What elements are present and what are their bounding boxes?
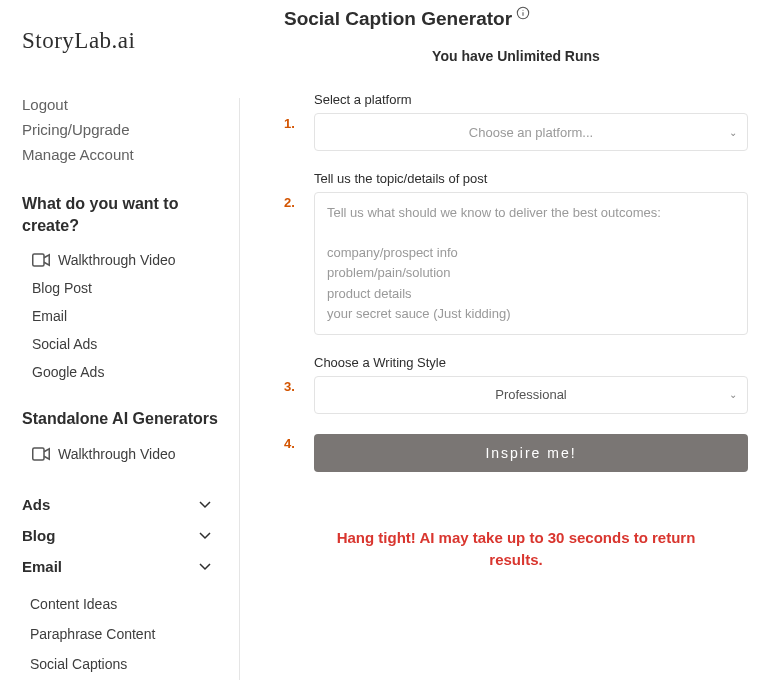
chevron-down-icon <box>197 527 213 543</box>
sidebar-sub-paraphrase[interactable]: Paraphrase Content <box>30 619 219 649</box>
step-number-1: 1. <box>284 92 298 131</box>
sidebar-item-google-ads[interactable]: Google Ads <box>22 358 219 386</box>
wait-message: Hang tight! AI may take up to 30 seconds… <box>284 527 748 571</box>
sidebar-item-email[interactable]: Email <box>22 302 219 330</box>
collapse-blog[interactable]: Blog <box>22 521 219 550</box>
step-number-3: 3. <box>284 355 298 394</box>
brand-logo: StoryLab.ai <box>22 28 219 54</box>
platform-placeholder: Choose an platform... <box>469 125 593 140</box>
sidebar-item-label: Walkthrough Video <box>58 446 176 462</box>
sub-links: Content Ideas Paraphrase Content Social … <box>22 583 219 679</box>
sidebar-sub-content-ideas[interactable]: Content Ideas <box>30 589 219 619</box>
collapse-label: Blog <box>22 527 55 544</box>
manage-account-link[interactable]: Manage Account <box>22 146 219 163</box>
pricing-link[interactable]: Pricing/Upgrade <box>22 121 219 138</box>
info-icon[interactable] <box>516 6 530 20</box>
sidebar-item-label: Blog Post <box>32 280 92 296</box>
sidebar-item-social-ads[interactable]: Social Ads <box>22 330 219 358</box>
chevron-down-icon <box>197 558 213 574</box>
topic-label: Tell us the topic/details of post <box>314 171 748 186</box>
collapse-label: Ads <box>22 496 50 513</box>
collapse-email[interactable]: Email <box>22 552 219 581</box>
runs-status: You have Unlimited Runs <box>284 48 748 64</box>
sidebar-item-blog-post[interactable]: Blog Post <box>22 274 219 302</box>
style-label: Choose a Writing Style <box>314 355 748 370</box>
sidebar: StoryLab.ai Logout Pricing/Upgrade Manag… <box>0 0 240 680</box>
sidebar-item-label: Walkthrough Video <box>58 252 176 268</box>
style-value: Professional <box>495 387 567 402</box>
create-list: Walkthrough Video Blog Post Email Social… <box>22 246 219 386</box>
logout-link[interactable]: Logout <box>22 96 219 113</box>
sidebar-item-walkthrough-video[interactable]: Walkthrough Video <box>22 246 219 274</box>
sidebar-item-label: Social Ads <box>32 336 97 352</box>
svg-point-4 <box>523 10 524 11</box>
video-icon <box>32 447 50 461</box>
caret-down-icon: ⌄ <box>729 389 737 400</box>
standalone-list: Walkthrough Video <box>22 440 219 468</box>
step-number-2: 2. <box>284 171 298 210</box>
chevron-down-icon <box>197 496 213 512</box>
video-icon <box>32 253 50 267</box>
page-title: Social Caption Generator <box>284 8 512 30</box>
account-links: Logout Pricing/Upgrade Manage Account <box>22 96 219 163</box>
topic-textarea[interactable]: Tell us what should we know to deliver t… <box>314 192 748 335</box>
svg-rect-1 <box>33 448 44 460</box>
standalone-heading: Standalone AI Generators <box>22 408 219 430</box>
sidebar-sub-social-captions[interactable]: Social Captions <box>30 649 219 679</box>
platform-select[interactable]: Choose an platform... ⌄ <box>314 113 748 151</box>
inspire-button[interactable]: Inspire me! <box>314 434 748 472</box>
platform-label: Select a platform <box>314 92 748 107</box>
collapse-ads[interactable]: Ads <box>22 490 219 519</box>
caret-down-icon: ⌄ <box>729 127 737 138</box>
sidebar-item-label: Google Ads <box>32 364 104 380</box>
svg-rect-0 <box>33 254 44 266</box>
style-select[interactable]: Professional ⌄ <box>314 376 748 414</box>
main-content: Social Caption Generator You have Unlimi… <box>240 0 776 680</box>
sidebar-item-standalone-walkthrough[interactable]: Walkthrough Video <box>22 440 219 468</box>
sidebar-item-label: Email <box>32 308 67 324</box>
step-number-4: 4. <box>284 434 298 451</box>
collapse-label: Email <box>22 558 62 575</box>
create-heading: What do you want to create? <box>22 193 219 236</box>
